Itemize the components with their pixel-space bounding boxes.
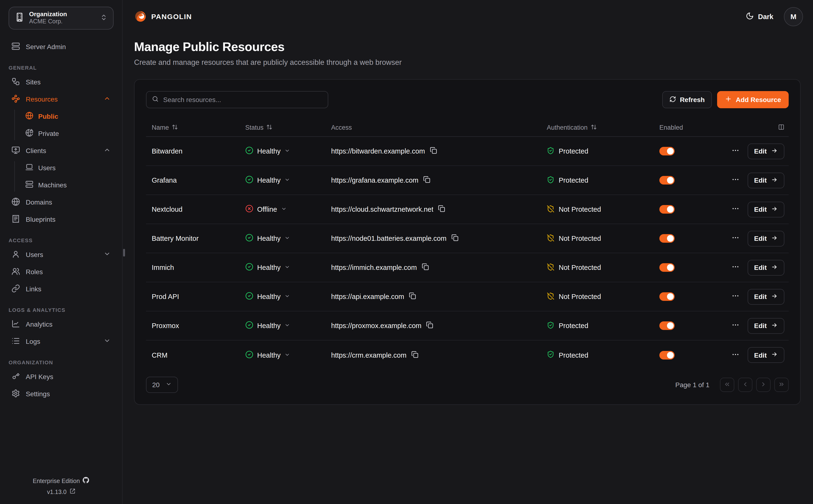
edit-button[interactable]: Edit	[747, 172, 784, 188]
copy-url-button[interactable]	[411, 351, 419, 359]
status-icon	[245, 350, 253, 360]
row-menu-button[interactable]	[731, 146, 739, 156]
status-dropdown[interactable]: Healthy	[245, 350, 290, 360]
org-switcher-value: ACME Corp.	[29, 18, 95, 26]
sidebar-item-sites[interactable]: Sites	[8, 73, 114, 91]
sort-icon	[172, 124, 178, 131]
edition-link[interactable]: Enterprise Edition	[33, 477, 89, 485]
sidebar-item-server-admin[interactable]: Server Admin	[8, 38, 114, 55]
auth-icon	[547, 176, 555, 185]
status-dropdown[interactable]: Healthy	[245, 175, 290, 185]
clients-subnav: Users Machines	[8, 159, 114, 194]
search-input[interactable]	[163, 96, 322, 103]
sidebar-item-analytics[interactable]: Analytics	[8, 316, 114, 333]
enabled-toggle[interactable]	[659, 205, 675, 214]
status-dropdown[interactable]: Healthy	[245, 263, 290, 272]
sidebar-item-label: Settings	[26, 390, 111, 398]
enabled-toggle[interactable]	[659, 147, 675, 155]
version-link[interactable]: v1.13.0	[47, 488, 75, 495]
column-settings-button[interactable]	[778, 124, 784, 131]
status-dropdown[interactable]: Healthy	[245, 321, 290, 330]
row-menu-button[interactable]	[731, 350, 739, 360]
sidebar-item-client-users[interactable]: Users	[15, 159, 114, 176]
sidebar-item-label: Analytics	[26, 320, 111, 328]
sidebar-item-domains[interactable]: Domains	[8, 194, 114, 211]
edit-button[interactable]: Edit	[747, 201, 784, 217]
avatar[interactable]: M	[784, 7, 803, 26]
row-menu-button[interactable]	[731, 175, 739, 185]
prev-page-button[interactable]	[738, 378, 752, 392]
copy-url-button[interactable]	[422, 263, 429, 272]
next-page-button[interactable]	[756, 378, 771, 392]
sidebar-item-resources[interactable]: Resources	[8, 91, 114, 108]
chevron-down-icon	[284, 293, 290, 300]
enabled-toggle[interactable]	[659, 234, 675, 243]
table-row: Proxmox Healthy https://proxmox.example.…	[146, 311, 789, 340]
enabled-toggle[interactable]	[659, 176, 675, 185]
auth-label: Protected	[559, 176, 588, 184]
copy-url-button[interactable]	[409, 292, 416, 301]
sidebar-item-clients[interactable]: Clients	[8, 142, 114, 159]
row-menu-button[interactable]	[731, 205, 739, 214]
edit-button[interactable]: Edit	[747, 289, 784, 304]
edit-button[interactable]: Edit	[747, 231, 784, 246]
sidebar-item-api-keys[interactable]: API Keys	[8, 368, 114, 385]
sidebar-item-label: Sites	[26, 78, 111, 86]
row-menu-button[interactable]	[731, 234, 739, 243]
copy-url-button[interactable]	[451, 234, 459, 243]
theme-toggle-button[interactable]: Dark	[746, 12, 774, 21]
add-resource-button[interactable]: Add Resource	[717, 91, 789, 108]
last-page-button[interactable]	[774, 378, 789, 392]
enabled-toggle[interactable]	[659, 263, 675, 272]
status-dropdown[interactable]: Offline	[245, 205, 286, 214]
copy-url-button[interactable]	[438, 205, 446, 214]
row-menu-button[interactable]	[731, 263, 739, 272]
enabled-toggle[interactable]	[659, 321, 675, 330]
page-size-value: 20	[152, 381, 160, 389]
enabled-toggle[interactable]	[659, 351, 675, 359]
auth-label: Protected	[559, 322, 588, 329]
chevron-down-icon	[103, 337, 111, 346]
sidebar-item-users[interactable]: Users	[8, 246, 114, 263]
edit-button[interactable]: Edit	[747, 347, 784, 363]
status-dropdown[interactable]: Healthy	[245, 234, 290, 243]
copy-url-button[interactable]	[423, 176, 431, 185]
edit-button[interactable]: Edit	[747, 260, 784, 275]
column-label: Authentication	[547, 124, 588, 131]
column-header-status[interactable]: Status	[239, 124, 325, 131]
sidebar-item-logs[interactable]: Logs	[8, 333, 114, 350]
table-row: CRM Healthy https://crm.example.com Prot…	[146, 340, 789, 370]
edit-button[interactable]: Edit	[747, 318, 784, 334]
ellipsis-icon	[731, 263, 739, 272]
column-header-authentication[interactable]: Authentication	[541, 124, 654, 131]
brand[interactable]: PANGOLIN	[134, 10, 192, 23]
sidebar-item-machines[interactable]: Machines	[15, 176, 114, 194]
column-header-name[interactable]: Name	[146, 124, 239, 131]
edit-label: Edit	[754, 322, 767, 329]
sidebar-item-settings[interactable]: Settings	[8, 385, 114, 402]
first-page-button[interactable]	[720, 378, 734, 392]
enabled-toggle[interactable]	[659, 292, 675, 301]
sidebar-item-public[interactable]: Public	[15, 108, 114, 125]
row-menu-button[interactable]	[731, 292, 739, 301]
sidebar-nav: Server Admin GENERAL Sites Resources Pub…	[8, 38, 114, 402]
column-label: Status	[245, 124, 263, 131]
arrow-right-icon	[771, 205, 778, 213]
status-dropdown[interactable]: Healthy	[245, 292, 290, 301]
section-title-general: GENERAL	[9, 65, 114, 71]
scrollbar-thumb[interactable]	[123, 249, 125, 257]
refresh-button[interactable]: Refresh	[662, 91, 712, 108]
org-switcher[interactable]: Organization ACME Corp.	[9, 7, 114, 30]
copy-icon	[430, 147, 437, 155]
row-menu-button[interactable]	[731, 321, 739, 330]
list-icon	[11, 336, 20, 346]
status-dropdown[interactable]: Healthy	[245, 146, 290, 156]
edit-button[interactable]: Edit	[747, 143, 784, 159]
sidebar-item-links[interactable]: Links	[8, 280, 114, 298]
sidebar-item-private[interactable]: Private	[15, 125, 114, 142]
copy-url-button[interactable]	[426, 321, 434, 330]
sidebar-item-blueprints[interactable]: Blueprints	[8, 211, 114, 228]
sidebar-item-roles[interactable]: Roles	[8, 263, 114, 280]
page-size-select[interactable]: 20	[146, 377, 178, 393]
copy-url-button[interactable]	[430, 147, 437, 155]
